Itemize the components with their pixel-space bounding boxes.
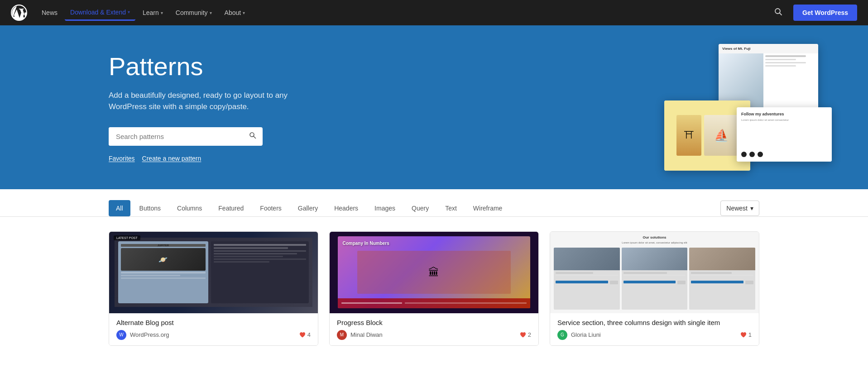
pattern-info: Service section, three columns design wi…: [550, 313, 759, 345]
pattern-preview: Company In Numbers 🏛: [330, 232, 538, 313]
navbar: News Download & Extend ▾ Learn ▾ Communi…: [0, 0, 868, 25]
hero-card-blog: Follow my adventures Lorem ipsum dolor s…: [737, 107, 832, 162]
pattern-name: Service section, three columns design wi…: [557, 319, 752, 326]
svg-line-2: [780, 13, 782, 15]
nav-item-learn[interactable]: Learn ▾: [137, 5, 168, 20]
filter-tabs: All Buttons Columns Featured Footers Gal…: [109, 200, 509, 216]
author-name: Gloria Liuni: [571, 331, 601, 338]
svg-line-4: [254, 136, 256, 139]
get-wordpress-button[interactable]: Get WordPress: [793, 5, 857, 21]
hero-card-top: Views of Mt. Fuji: [719, 44, 818, 110]
tab-featured[interactable]: Featured: [211, 200, 251, 216]
hero-search-box: [109, 127, 263, 146]
favorites-link[interactable]: Favorites: [109, 155, 135, 162]
patterns-grid: JUPITER 🪐 LATEST POST A: [0, 217, 868, 360]
tab-wireframe[interactable]: Wireframe: [466, 200, 510, 216]
chevron-down-icon: ▾: [243, 10, 245, 15]
navbar-right: Get WordPress: [771, 4, 857, 22]
hero-links: Favorites Create a new pattern: [109, 155, 326, 162]
pattern-preview: Our solutions Lorem ipsum dolor sit amet…: [550, 232, 759, 313]
tab-gallery[interactable]: Gallery: [291, 200, 325, 216]
pattern-info: Alternate Blog post W WordPress.org 4: [109, 313, 318, 345]
create-pattern-link[interactable]: Create a new pattern: [142, 155, 201, 162]
pattern-meta: W WordPress.org 4: [116, 330, 311, 340]
pattern-info: Progress Block M Minal Diwan 2: [330, 313, 538, 345]
favorite-count: 2: [520, 331, 531, 338]
tab-headers[interactable]: Headers: [327, 200, 365, 216]
pattern-card[interactable]: Company In Numbers 🏛 Progress Block M Mi…: [329, 231, 539, 346]
nav-links: News Download & Extend ▾ Learn ▾ Communi…: [36, 5, 771, 21]
pattern-preview: JUPITER 🪐 LATEST POST: [109, 232, 318, 313]
tab-footers[interactable]: Footers: [253, 200, 288, 216]
tab-columns[interactable]: Columns: [170, 200, 209, 216]
hero-content: Patterns Add a beautifully designed, rea…: [109, 53, 326, 162]
avatar: W: [116, 330, 126, 340]
chevron-down-icon: ▾: [161, 10, 163, 15]
favorite-count: 1: [740, 331, 752, 338]
nav-item-news[interactable]: News: [36, 5, 63, 20]
chevron-down-icon: ▾: [128, 10, 130, 14]
pattern-card[interactable]: Our solutions Lorem ipsum dolor sit amet…: [550, 231, 759, 346]
hero-section: Patterns Add a beautifully designed, rea…: [0, 25, 868, 189]
tab-buttons[interactable]: Buttons: [132, 200, 168, 216]
tab-query[interactable]: Query: [404, 200, 436, 216]
tab-all[interactable]: All: [109, 200, 130, 216]
chevron-down-icon: ▾: [210, 10, 212, 15]
chevron-down-icon: ▾: [750, 205, 753, 212]
wordpress-logo[interactable]: [11, 5, 27, 21]
favorite-count: 4: [299, 331, 311, 338]
sort-label: Newest: [726, 205, 748, 212]
hero-title: Patterns: [109, 53, 326, 81]
search-button[interactable]: [771, 4, 786, 22]
hero-images: Views of Mt. Fuji ⛩ ⛵: [660, 44, 832, 171]
author-name: Minal Diwan: [350, 331, 383, 338]
filter-bar: All Buttons Columns Featured Footers Gal…: [0, 189, 868, 217]
avatar: G: [557, 330, 567, 340]
avatar: M: [337, 330, 347, 340]
nav-item-about[interactable]: About ▾: [219, 5, 251, 20]
pattern-meta: M Minal Diwan 2: [337, 330, 531, 340]
pattern-name: Progress Block: [337, 319, 531, 326]
pattern-name: Alternate Blog post: [116, 319, 311, 326]
tab-text[interactable]: Text: [438, 200, 464, 216]
search-input[interactable]: [109, 127, 243, 146]
pattern-card[interactable]: JUPITER 🪐 LATEST POST A: [109, 231, 318, 346]
tab-images[interactable]: Images: [367, 200, 403, 216]
pattern-meta: G Gloria Liuni 1: [557, 330, 752, 340]
nav-item-download[interactable]: Download & Extend ▾: [65, 5, 135, 21]
hero-subtitle: Add a beautifully designed, ready to go …: [109, 90, 326, 113]
author-name: WordPress.org: [130, 331, 169, 338]
nav-item-community[interactable]: Community ▾: [170, 5, 217, 20]
sort-dropdown[interactable]: Newest ▾: [720, 201, 759, 216]
hero-search-button[interactable]: [243, 127, 263, 145]
